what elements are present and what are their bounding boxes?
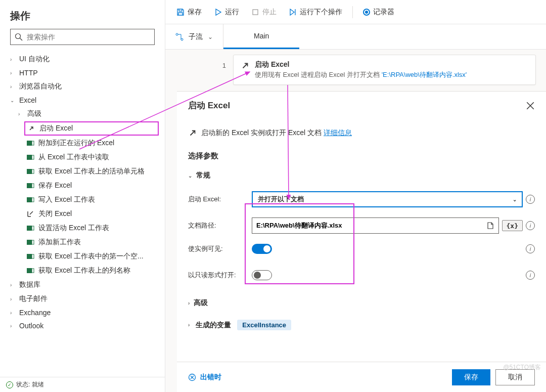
tree-action-add-sheet[interactable]: 添加新工作表: [0, 235, 165, 249]
chevron-right-icon: ›: [10, 282, 16, 288]
toolbar-separator: [352, 6, 353, 18]
chevron-down-icon: ⌄: [513, 197, 517, 202]
svg-line-1: [20, 38, 23, 41]
document-path-label: 文档路径:: [188, 221, 244, 230]
excel-icon: [26, 238, 34, 246]
launch-excel-dialog: 启动 Excel 启动新的 Excel 实例或打开 Excel 文档 详细信息 …: [177, 91, 546, 392]
tree-action-attach-excel[interactable]: 附加到正在运行的 Excel: [0, 136, 165, 150]
subflow-button[interactable]: 子流 ⌄: [165, 24, 223, 49]
visible-toggle[interactable]: [252, 244, 272, 254]
svg-rect-3: [32, 141, 34, 145]
tree-action-read-excel[interactable]: 从 Excel 工作表中读取: [0, 150, 165, 164]
tree-node-outlook[interactable]: ›Outlook: [0, 319, 165, 332]
variable-pill[interactable]: ExcelInstance: [237, 320, 291, 330]
svg-rect-14: [27, 240, 32, 245]
record-icon: [363, 9, 370, 16]
svg-point-22: [181, 38, 183, 40]
file-browse-icon[interactable]: [486, 222, 494, 230]
tree-action-first-empty[interactable]: 获取 Excel 工作表中的第一个空...: [0, 249, 165, 264]
tree-action-close-excel[interactable]: 关闭 Excel: [0, 207, 165, 221]
recorder-button[interactable]: 记录器: [358, 5, 399, 20]
tree-node-browser-automation[interactable]: ›浏览器自动化: [0, 79, 165, 94]
info-icon[interactable]: i: [526, 244, 535, 253]
status-text: 状态: 就绪: [16, 380, 44, 389]
step-description: 使用现有 Excel 进程启动 Excel 并打开文档 'E:\RPA\web\…: [255, 70, 467, 79]
excel-icon: [26, 182, 34, 190]
general-section-header[interactable]: ⌄常规: [188, 167, 535, 184]
readonly-toggle[interactable]: [252, 270, 272, 280]
flow-step-1[interactable]: 1 启动 Excel 使用现有 Excel 进程启动 Excel 并打开文档 '…: [175, 55, 536, 85]
tree-action-col-names[interactable]: 获取 Excel 工作表上的列名称: [0, 264, 165, 278]
svg-rect-8: [27, 183, 32, 188]
subflow-icon: [175, 33, 184, 41]
step-filepath-link[interactable]: 'E:\RPA\web\待翻译内容.xlsx': [382, 71, 467, 78]
tree-action-set-active-sheet[interactable]: 设置活动 Excel 工作表: [0, 221, 165, 235]
tree-action-save-excel[interactable]: 保存 Excel: [0, 179, 165, 193]
search-input[interactable]: [10, 29, 155, 45]
svg-rect-18: [27, 268, 32, 273]
info-icon[interactable]: i: [526, 195, 535, 204]
stop-button: 停止: [246, 5, 282, 20]
excel-icon: [26, 267, 34, 275]
actions-sidebar: 操作 ›UI 自动化 ›HTTP ›浏览器自动化 ⌄Excel ›高级 启动 E…: [0, 0, 165, 392]
excel-icon: [26, 196, 34, 204]
tree-action-active-cell[interactable]: 获取 Excel 工作表上的活动单元格: [0, 164, 165, 179]
svg-rect-6: [27, 169, 32, 174]
document-path-input[interactable]: [252, 217, 499, 234]
actions-tree: ›UI 自动化 ›HTTP ›浏览器自动化 ⌄Excel ›高级 启动 Exce…: [0, 50, 165, 377]
dialog-save-button[interactable]: 保存: [452, 369, 490, 385]
svg-rect-17: [32, 254, 34, 258]
visible-label: 使实例可见:: [188, 244, 244, 253]
subflow-bar: 子流 ⌄ Main: [165, 24, 546, 50]
tree-node-exchange[interactable]: ›Exchange: [0, 306, 165, 319]
chevron-right-icon: ›: [10, 310, 16, 316]
excel-icon: [26, 224, 34, 232]
svg-rect-12: [27, 226, 32, 231]
advanced-section-header[interactable]: ›高级: [188, 294, 535, 312]
error-icon: [188, 373, 196, 381]
chevron-right-icon: ›: [10, 57, 16, 62]
svg-rect-5: [32, 155, 34, 159]
svg-rect-11: [32, 198, 34, 202]
svg-rect-13: [32, 226, 34, 230]
tree-action-write-excel[interactable]: 写入 Excel 工作表: [0, 193, 165, 207]
svg-rect-4: [27, 155, 32, 160]
run-button[interactable]: 运行: [209, 5, 244, 20]
tree-node-http[interactable]: ›HTTP: [0, 66, 165, 79]
dialog-title: 启动 Excel: [188, 100, 230, 111]
generated-variables-header[interactable]: › 生成的变量 ExcelInstance: [188, 316, 535, 334]
tree-node-excel-advanced[interactable]: ›高级: [0, 107, 165, 121]
toolbar: 保存 运行 停止 运行下个操作 记录器: [165, 0, 546, 24]
info-icon[interactable]: i: [526, 271, 535, 280]
close-icon[interactable]: [526, 101, 535, 110]
step-icon: [289, 8, 297, 16]
svg-rect-10: [27, 197, 32, 202]
variable-picker-button[interactable]: {x}: [502, 220, 523, 231]
chevron-right-icon: ›: [10, 84, 16, 90]
dialog-description: 启动新的 Excel 实例或打开 Excel 文档 详细信息: [177, 116, 546, 143]
learn-more-link[interactable]: 详细信息: [324, 128, 352, 137]
tree-node-email[interactable]: ›电子邮件: [0, 292, 165, 306]
on-error-link[interactable]: 出错时: [188, 373, 221, 382]
launch-mode-dropdown[interactable]: 并打开以下文档 ⌄: [252, 191, 523, 207]
tab-main[interactable]: Main: [223, 24, 299, 49]
svg-rect-16: [27, 254, 32, 259]
sidebar-title: 操作: [0, 0, 165, 29]
tree-node-ui-automation[interactable]: ›UI 自动化: [0, 52, 165, 66]
status-ok-icon: ✓: [6, 381, 13, 388]
info-icon[interactable]: i: [526, 221, 535, 230]
tree-node-excel[interactable]: ⌄Excel: [0, 94, 165, 107]
svg-rect-2: [27, 141, 32, 146]
arrow-launch-icon: [241, 61, 250, 70]
chevron-down-icon: ⌄: [10, 98, 16, 103]
step-number: 1: [175, 55, 226, 69]
save-button[interactable]: 保存: [171, 5, 207, 20]
step-card[interactable]: 启动 Excel 使用现有 Excel 进程启动 Excel 并打开文档 'E:…: [233, 55, 536, 85]
search-field[interactable]: [27, 33, 150, 41]
tree-node-database[interactable]: ›数据库: [0, 278, 165, 292]
launch-mode-label: 启动 Excel:: [188, 195, 244, 204]
run-next-button[interactable]: 运行下个操作: [284, 5, 347, 20]
svg-rect-15: [32, 240, 34, 244]
tree-action-launch-excel[interactable]: 启动 Excel: [24, 121, 159, 136]
arrow-launch-icon: [188, 128, 197, 138]
